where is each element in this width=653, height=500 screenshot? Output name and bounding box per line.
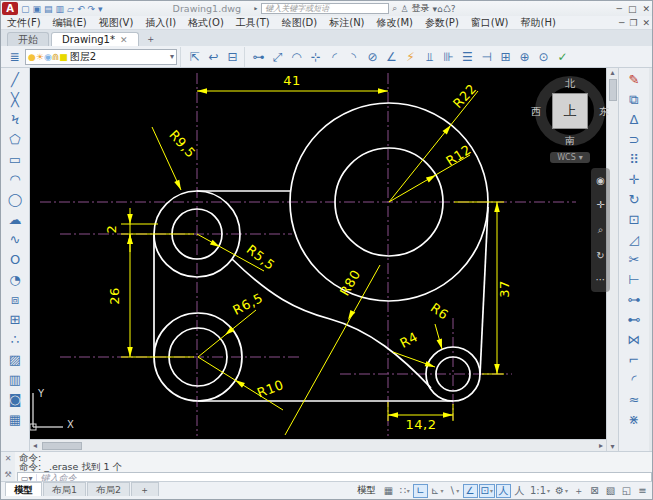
add-layout-tab[interactable]: ＋ xyxy=(131,482,159,496)
break-at-point-button[interactable]: ⊶ xyxy=(623,290,645,310)
menu-文件F[interactable]: 文件(F) xyxy=(1,17,47,28)
polyline-button[interactable]: Ϟ xyxy=(4,110,26,130)
layer-color-swatch[interactable]: ■ xyxy=(59,52,68,62)
minimize-button[interactable]: ─ xyxy=(617,4,622,14)
viewcube-top-face[interactable]: 上 xyxy=(552,93,588,129)
navigation-bar[interactable]: ◉✛⌕↻⋯ xyxy=(591,168,610,292)
chevron-down-icon[interactable]: ▾ xyxy=(170,52,174,61)
scale-button[interactable]: ⊡ xyxy=(623,210,645,230)
doc-restore-button[interactable]: ❐ xyxy=(629,18,637,28)
continue-dimension-button[interactable]: ⊪ xyxy=(440,50,457,64)
help-icon[interactable]: ? xyxy=(451,4,456,14)
viewcube-east[interactable]: 东 xyxy=(596,105,612,119)
mirror-button[interactable]: Δ xyxy=(623,110,645,130)
tab-drawing1[interactable]: Drawing1* ✕ xyxy=(51,32,139,46)
center-mark-button[interactable]: ⊕ xyxy=(516,50,533,64)
layer-properties-button[interactable]: ≣ xyxy=(6,50,23,64)
array-button[interactable]: ⠿ xyxy=(623,150,645,170)
graphics-performance-button[interactable]: ▧ xyxy=(603,484,618,498)
scroll-down-icon[interactable]: ▾ xyxy=(610,442,614,451)
menu-帮助H[interactable]: 帮助(H) xyxy=(515,17,562,28)
blend-button[interactable]: ≈ xyxy=(623,390,645,410)
line-button[interactable]: ╱ xyxy=(4,70,26,90)
annotation-visibility-toggle[interactable]: 人 xyxy=(496,484,511,498)
auto-annotation-scale-toggle[interactable]: 人 xyxy=(512,484,527,498)
open-button[interactable]: ▢ xyxy=(21,4,30,14)
dimension-inspect-button[interactable]: ⊙ xyxy=(535,50,552,64)
new-button[interactable]: ▱ xyxy=(67,4,74,14)
make-block-button[interactable]: ⊞ xyxy=(4,310,26,330)
viewcube-south[interactable]: 南 xyxy=(562,134,578,148)
arc-button[interactable]: ◠ xyxy=(4,170,26,190)
tab-start[interactable]: 开始 xyxy=(7,32,49,46)
layer-states-button[interactable]: ⊟ xyxy=(224,50,241,64)
exchange-icon[interactable]: ♺ xyxy=(443,4,451,14)
gradient-button[interactable]: ▥ xyxy=(4,370,26,390)
region-button[interactable]: ◙ xyxy=(4,390,26,410)
clean-screen-button[interactable]: ◱ xyxy=(619,484,634,498)
wcs-button[interactable]: WCS▾ xyxy=(550,152,590,163)
customize-status-button[interactable]: ＋ xyxy=(571,484,586,498)
point-button[interactable]: ∴ xyxy=(4,330,26,350)
polygon-button[interactable]: ⬠ xyxy=(4,130,26,150)
tolerance-button[interactable]: ⊞ xyxy=(497,50,514,64)
horizontal-scrollbar[interactable]: ◂ ▸ xyxy=(30,439,606,451)
dim-leader[interactable] xyxy=(285,265,380,435)
ellipse-arc-button[interactable]: ◔ xyxy=(4,270,26,290)
copy-button[interactable]: ⧉ xyxy=(623,90,645,110)
layer-dropdown[interactable]: ●☀◉⋒■ 图层2 ▾ xyxy=(25,49,177,65)
viewcube-west[interactable]: 西 xyxy=(528,105,544,119)
grid-toggle[interactable]: ▦ xyxy=(381,484,396,498)
model-tab[interactable]: 模型 xyxy=(5,482,42,496)
annotation-scale-button[interactable]: 1:1▾ xyxy=(528,484,552,498)
arc-length-dimension-button[interactable]: ◠ xyxy=(288,50,305,64)
chevron-down-icon[interactable]: ▾ xyxy=(407,487,410,494)
menu-格式O[interactable]: 格式(O) xyxy=(182,17,230,28)
table-button[interactable]: ▦ xyxy=(4,410,26,430)
aligned-dimension-button[interactable]: ⤢ xyxy=(269,50,286,64)
menu-视图V[interactable]: 视图(V) xyxy=(93,17,140,28)
explode-button[interactable]: ⋇ xyxy=(623,410,645,430)
help-search-input[interactable]: 键入关键字或短语 xyxy=(261,3,389,14)
hatch-button[interactable]: ▨ xyxy=(4,350,26,370)
construction-line-button[interactable]: ╳ xyxy=(4,90,26,110)
menu-标注N[interactable]: 标注(N) xyxy=(323,17,370,28)
chevron-down-icon[interactable]: ▾ xyxy=(490,487,493,494)
layer-on-icon[interactable]: ● xyxy=(28,52,36,62)
rectangle-button[interactable]: ▭ xyxy=(4,150,26,170)
model-space-canvas[interactable]: 412263714,2R22R12R9,5R5,5R6,5R10R80R6R4Y… xyxy=(30,68,606,439)
stretch-button[interactable]: ◿ xyxy=(623,230,645,250)
model-space-toggle[interactable]: 模型 xyxy=(353,484,380,497)
chamfer-button[interactable]: ⌐ xyxy=(623,350,645,370)
menu-绘图D[interactable]: 绘图(D) xyxy=(276,17,324,28)
insert-block-button[interactable]: ⧈ xyxy=(4,290,26,310)
doc-close-button[interactable]: ✕ xyxy=(642,18,650,28)
layout2-tab[interactable]: 布局2 xyxy=(87,482,130,496)
layer-previous-button[interactable]: ↩ xyxy=(205,50,222,64)
chevron-down-icon[interactable]: ▾ xyxy=(440,487,443,494)
menu-修改M[interactable]: 修改(M) xyxy=(371,17,419,28)
dimension-space-button[interactable]: ☰ xyxy=(459,50,476,64)
redo-button[interactable]: ↷ xyxy=(88,4,96,14)
jogged-dimension-button[interactable]: ◝ xyxy=(345,50,362,64)
break-button[interactable]: ⊷ xyxy=(623,310,645,330)
layout1-tab[interactable]: 布局1 xyxy=(43,482,86,496)
search-expand-icon[interactable]: ‣ xyxy=(253,4,258,14)
isometric-drafting-toggle[interactable]: ∖▾ xyxy=(447,484,462,498)
save-as-button[interactable]: ▤ xyxy=(44,4,53,14)
orbit-icon[interactable]: ↻ xyxy=(596,250,604,261)
vscroll-thumb[interactable] xyxy=(609,79,617,101)
workspace-switching-button[interactable]: ⚙▾ xyxy=(553,484,570,498)
diameter-dimension-button[interactable]: ⊘ xyxy=(364,50,381,64)
tab-close-icon[interactable]: ✕ xyxy=(120,35,128,45)
trim-button[interactable]: ✂ xyxy=(623,250,645,270)
rotate-button[interactable]: ↻ xyxy=(623,190,645,210)
command-customize-icon[interactable]: ⚒ xyxy=(4,470,11,479)
pan-icon[interactable]: ✛ xyxy=(596,199,604,210)
part-circle[interactable] xyxy=(426,347,480,401)
viewcube-north[interactable]: 北 xyxy=(562,77,578,91)
scroll-up-icon[interactable]: ▴ xyxy=(610,68,614,77)
object-snap-toggle[interactable]: ⊡▾ xyxy=(479,484,495,498)
baseline-dimension-button[interactable]: ⫫ xyxy=(421,50,438,64)
join-button[interactable]: ⋈ xyxy=(623,330,645,350)
